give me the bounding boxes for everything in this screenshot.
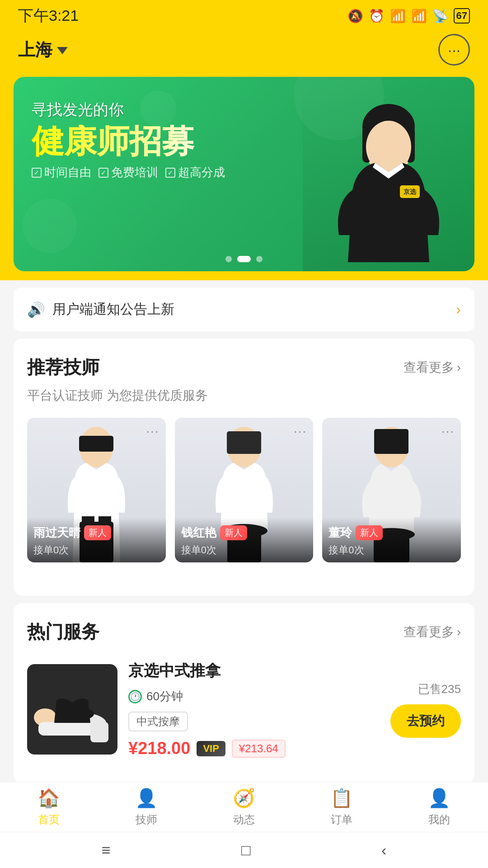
recommended-more[interactable]: 查看更多 › (404, 359, 461, 376)
cards-dot-active (237, 573, 251, 580)
alarm-icon: ⏰ (369, 9, 385, 24)
tech-more-dots-1[interactable]: ··· (146, 424, 159, 439)
tech-cards-container: ··· (27, 418, 461, 562)
more-arrow-icon: › (457, 360, 461, 375)
service-item-1[interactable]: 京选中式推拿 🕐 60分钟 中式按摩 ¥218.00 VIP ¥213.64 已… (27, 651, 461, 767)
tech-name-1: 雨过天晴 (33, 525, 80, 541)
battery-icon: 67 (454, 8, 470, 24)
banner-tags: ✓ 时间自由 ✓ 免费培训 ✓ 超高分成 (32, 165, 225, 180)
banner-text: 寻找发光的你 健康师招募 ✓ 时间自由 ✓ 免费培训 ✓ 超高分成 (32, 99, 225, 180)
new-badge-2: 新人 (220, 525, 247, 540)
banner[interactable]: 寻找发光的你 健康师招募 ✓ 时间自由 ✓ 免费培训 ✓ 超高分成 (14, 77, 474, 271)
recommended-section: 推荐技师 查看更多 › 平台认证技师 为您提供优质服务 ··· (14, 339, 474, 596)
orders-icon: 📋 (330, 788, 353, 809)
banner-tag-text-1: 时间自由 (44, 165, 91, 180)
compass-icon: 🧭 (233, 788, 255, 809)
svg-rect-18 (374, 429, 408, 454)
recommended-header: 推荐技师 查看更多 › (27, 355, 461, 380)
service-tag-1: 中式按摩 (128, 712, 188, 731)
svg-text:京选: 京选 (404, 188, 417, 195)
tech-name-row-3: 董玲 新人 (328, 525, 455, 541)
mine-icon: 👤 (428, 788, 450, 809)
nav-news[interactable]: 🧭 动态 (195, 782, 293, 832)
system-bar: ≡ □ ‹ (0, 832, 488, 868)
tech-name-row-2: 钱红艳 新人 (181, 525, 307, 541)
technician-icon: 👤 (135, 788, 158, 809)
location-selector[interactable]: 上海 (18, 38, 68, 61)
notice-text: 用户端通知公告上新 (52, 300, 174, 319)
header: 上海 ··· (0, 32, 488, 77)
cards-dots (27, 573, 461, 580)
recommended-subtitle: 平台认证技师 为您提供优质服务 (27, 387, 461, 404)
banner-find-text: 寻找发光的你 (32, 99, 225, 120)
tech-more-dots-2[interactable]: ··· (294, 424, 307, 439)
hot-more-arrow-icon: › (457, 625, 461, 639)
check-icon-1: ✓ (32, 168, 42, 178)
banner-tag-3: ✓ 超高分成 (165, 165, 225, 180)
nav-mine-label: 我的 (428, 812, 450, 827)
svg-rect-14 (227, 431, 261, 454)
new-badge-1: 新人 (84, 525, 111, 540)
notice-left: 🔊 用户端通知公告上新 (27, 300, 174, 319)
new-badge-3: 新人 (356, 525, 383, 540)
banner-tag-text-3: 超高分成 (178, 165, 225, 180)
clock-icon: 🕐 (128, 690, 142, 703)
hot-services-section: 热门服务 查看更多 › (14, 603, 474, 783)
recommended-title: 推荐技师 (27, 355, 99, 380)
status-time: 下午3:21 (18, 5, 79, 26)
nav-orders[interactable]: 📋 订单 (293, 782, 390, 832)
vip-badge: VIP (197, 741, 225, 756)
banner-person: 京选 (303, 81, 474, 271)
service-action-area: 已售235 去预约 (386, 681, 461, 738)
nav-home[interactable]: 🏠 首页 (0, 782, 98, 832)
check-icon-2: ✓ (99, 168, 108, 178)
signal-icon: 📶 (390, 9, 406, 24)
service-sold-1: 已售235 (418, 681, 461, 697)
nav-mine[interactable]: 👤 我的 (390, 782, 488, 832)
nav-items: 🏠 首页 👤 技师 🧭 动态 📋 订单 👤 我的 (0, 782, 488, 832)
tech-more-dots-3[interactable]: ··· (441, 424, 455, 439)
tech-card-3[interactable]: ··· 董玲 (322, 418, 461, 562)
status-bar: 下午3:21 🔕 ⏰ 📶 📶 📡 67 (0, 0, 488, 32)
signal2-icon: 📶 (411, 9, 427, 24)
banner-tag-1: ✓ 时间自由 (32, 165, 91, 180)
message-button[interactable]: ··· (438, 34, 470, 66)
nav-home-label: 首页 (38, 812, 60, 827)
service-price-1: ¥218.00 (128, 739, 190, 758)
book-button-1[interactable]: 去预约 (390, 704, 461, 738)
dot-3 (256, 256, 263, 262)
svg-rect-27 (90, 722, 108, 742)
message-icon: ··· (448, 41, 460, 59)
service-info-1: 京选中式推拿 🕐 60分钟 中式按摩 ¥218.00 VIP ¥213.64 (128, 660, 375, 758)
tech-card-info-2: 钱红艳 新人 接单0次 (175, 518, 314, 562)
menu-icon[interactable]: ≡ (102, 841, 111, 859)
hot-services-more[interactable]: 查看更多 › (404, 623, 461, 641)
back-icon[interactable]: ‹ (381, 841, 386, 859)
vip-price: ¥213.64 (232, 740, 286, 758)
nav-news-label: 动态 (233, 812, 255, 827)
price-row-1: ¥218.00 VIP ¥213.64 (128, 739, 375, 758)
nav-orders-label: 订单 (331, 812, 352, 827)
tech-name-row-1: 雨过天晴 新人 (33, 525, 160, 541)
mute-icon: 🔕 (347, 9, 363, 24)
notice-bar[interactable]: 🔊 用户端通知公告上新 › (14, 288, 474, 331)
location-text: 上海 (18, 38, 52, 61)
home-icon: 🏠 (38, 788, 60, 809)
banner-title: 健康师招募 (32, 125, 225, 157)
nav-technician[interactable]: 👤 技师 (98, 782, 195, 832)
speaker-icon: 🔊 (27, 301, 45, 318)
service-duration-1: 🕐 60分钟 (128, 689, 375, 704)
person-svg: 京选 (316, 90, 461, 271)
banner-tag-text-2: 免费培训 (111, 165, 158, 180)
tech-name-3: 董玲 (328, 525, 352, 541)
svg-rect-5 (357, 235, 420, 253)
tech-card-1[interactable]: ··· (27, 418, 166, 562)
home-sys-icon[interactable]: □ (241, 841, 251, 859)
duration-text: 60分钟 (146, 689, 183, 704)
tech-name-2: 钱红艳 (181, 525, 216, 541)
tech-orders-3: 接单0次 (328, 543, 455, 557)
tech-card-2[interactable]: ··· 钱红 (175, 418, 314, 562)
notice-arrow-icon: › (456, 301, 461, 318)
hot-services-title: 热门服务 (27, 619, 99, 644)
deco-circle-2 (23, 199, 77, 253)
